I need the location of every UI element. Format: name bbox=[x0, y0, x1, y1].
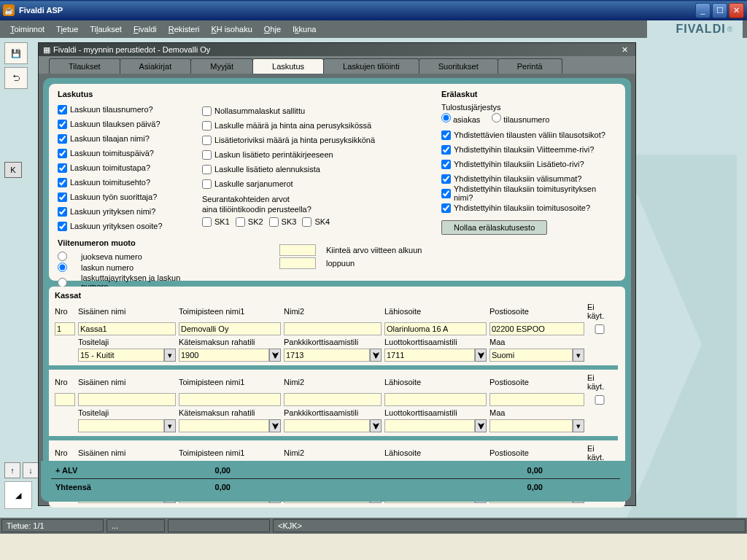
dropdown-icon[interactable]: ▾ bbox=[164, 349, 176, 362]
tab-myyjat[interactable]: Myyjät bbox=[190, 58, 253, 74]
kat-input[interactable] bbox=[179, 349, 269, 362]
stepper-icon[interactable]: ⮟ bbox=[475, 349, 487, 362]
maa-input[interactable] bbox=[489, 419, 573, 432]
luotto-input[interactable] bbox=[384, 349, 475, 362]
down-button[interactable]: ↓ bbox=[23, 462, 39, 478]
tab-laskujen-tiliointi[interactable]: Laskujen tiliöinti bbox=[323, 58, 419, 74]
lahi-input[interactable] bbox=[384, 322, 487, 335]
stepper-icon[interactable]: ⮟ bbox=[370, 349, 382, 362]
chk-sk4[interactable] bbox=[302, 217, 311, 227]
minimize-button[interactable]: _ bbox=[695, 3, 711, 18]
up-button[interactable]: ↑ bbox=[4, 462, 20, 478]
stepper-icon[interactable]: ⮟ bbox=[475, 419, 487, 432]
status-dots: ... bbox=[107, 519, 165, 532]
stepper-icon[interactable]: ⮟ bbox=[269, 349, 281, 362]
chk-mid-5[interactable] bbox=[202, 179, 212, 189]
tab-laskutus[interactable]: Laskutus bbox=[252, 58, 324, 74]
radio-laskun-numero[interactable] bbox=[58, 262, 67, 272]
menu-ohje[interactable]: Ohje bbox=[258, 23, 287, 36]
chk-mid-1[interactable] bbox=[202, 121, 212, 131]
viite-alku-input[interactable] bbox=[279, 244, 316, 256]
pankki-input[interactable] bbox=[284, 349, 370, 362]
chk-left-6[interactable] bbox=[58, 192, 67, 202]
back-icon[interactable]: ⮌ bbox=[4, 67, 28, 89]
posti-input[interactable] bbox=[489, 322, 584, 335]
posti-input[interactable] bbox=[489, 393, 584, 406]
menu-tietue[interactable]: Tietue bbox=[50, 23, 84, 36]
chk-era-2[interactable] bbox=[441, 160, 451, 169]
toimi-input[interactable] bbox=[179, 393, 281, 406]
seurantakohteet-label2: aina tiliöintikoodin perusteella? bbox=[202, 205, 428, 214]
chk-left-2[interactable] bbox=[58, 134, 67, 144]
maa-input[interactable] bbox=[489, 349, 573, 362]
status-tietue: Tietue: 1/1 bbox=[1, 519, 104, 532]
save-icon[interactable]: 💾 bbox=[4, 42, 28, 64]
menu-rekisteri[interactable]: Rekisteri bbox=[163, 23, 206, 36]
menu-toiminnot[interactable]: Toiminnot bbox=[4, 23, 50, 36]
viite-loppu-input[interactable] bbox=[279, 257, 316, 269]
dropdown-icon[interactable]: ▾ bbox=[573, 349, 584, 362]
main-panel: Laskutus Laskuun tilausnumero?Laskuun ti… bbox=[43, 78, 631, 501]
chk-era-1[interactable] bbox=[441, 145, 451, 155]
toimi-input[interactable] bbox=[179, 322, 281, 335]
chk-sk3[interactable] bbox=[269, 217, 279, 227]
close-button[interactable]: ✕ bbox=[729, 3, 744, 18]
eikayt-check[interactable] bbox=[587, 324, 612, 334]
nimi2-input[interactable] bbox=[284, 322, 382, 335]
dropdown-icon[interactable]: ▾ bbox=[573, 419, 584, 432]
chk-left-4[interactable] bbox=[58, 163, 67, 173]
sisainen-input[interactable] bbox=[78, 322, 176, 335]
tab-perinta[interactable]: Perintä bbox=[498, 58, 562, 74]
chk-era-0[interactable] bbox=[441, 131, 451, 140]
tositelaji-input[interactable] bbox=[78, 349, 164, 362]
radio-juokseva[interactable] bbox=[58, 252, 67, 261]
chk-era-3[interactable] bbox=[441, 174, 451, 184]
menu-fivaldi[interactable]: Fivaldi bbox=[128, 23, 163, 36]
menu-tilaukset[interactable]: Tilaukset bbox=[84, 23, 128, 36]
chk-left-8[interactable] bbox=[58, 222, 67, 231]
tab-suoritukset[interactable]: Suoritukset bbox=[419, 58, 498, 74]
chk-mid-0[interactable] bbox=[202, 106, 212, 116]
status-user: <KJK> bbox=[273, 519, 746, 532]
chk-era-5[interactable] bbox=[441, 203, 451, 213]
menu-ikkuna[interactable]: Ikkuna bbox=[287, 23, 322, 36]
chk-left-1[interactable] bbox=[58, 120, 67, 129]
chk-left-0[interactable] bbox=[58, 105, 67, 114]
k-button[interactable]: K bbox=[4, 162, 22, 178]
nro-input[interactable] bbox=[55, 393, 75, 406]
menu-khisohaku[interactable]: KH isohaku bbox=[206, 23, 258, 36]
tab-asiakirjat[interactable]: Asiakirjat bbox=[120, 58, 192, 74]
chk-era-4[interactable] bbox=[441, 189, 451, 198]
lahi-input[interactable] bbox=[384, 393, 487, 406]
nro-input[interactable] bbox=[55, 322, 75, 335]
laskutus-column: Laskutus Laskuun tilausnumero?Laskuun ti… bbox=[58, 90, 189, 275]
luotto-input[interactable] bbox=[384, 419, 475, 432]
nimi2-input[interactable] bbox=[284, 393, 382, 406]
chk-left-3[interactable] bbox=[58, 149, 67, 158]
subwindow-close-icon[interactable]: ✕ bbox=[619, 45, 631, 55]
chk-left-5[interactable] bbox=[58, 178, 67, 187]
radio-asiakas[interactable] bbox=[441, 113, 451, 122]
java-icon: ☕ bbox=[3, 4, 15, 16]
chk-mid-2[interactable] bbox=[202, 136, 212, 145]
dropdown-icon[interactable]: ▾ bbox=[164, 419, 176, 432]
chk-mid-3[interactable] bbox=[202, 150, 212, 160]
kat-input[interactable] bbox=[179, 419, 269, 432]
left-toolbar: 💾 ⮌ K ↑ ↓ ◢ bbox=[4, 42, 35, 509]
summary-bar: + ALV0,000,00 Yhteensä0,000,00 bbox=[41, 461, 630, 502]
tab-tilaukset[interactable]: Tilaukset bbox=[49, 58, 120, 74]
chk-sk1[interactable] bbox=[202, 217, 212, 227]
stepper-icon[interactable]: ⮟ bbox=[269, 419, 281, 432]
radio-tilausnumero[interactable] bbox=[492, 113, 501, 122]
maximize-button[interactable]: ☐ bbox=[712, 3, 727, 18]
sisainen-input[interactable] bbox=[78, 393, 176, 406]
chk-left-7[interactable] bbox=[58, 207, 67, 217]
stepper-icon[interactable]: ⮟ bbox=[370, 419, 382, 432]
radio-laskuttaja[interactable] bbox=[58, 278, 67, 287]
chk-mid-4[interactable] bbox=[202, 165, 212, 174]
tositelaji-input[interactable] bbox=[78, 419, 164, 432]
eikayt-check[interactable] bbox=[587, 395, 612, 405]
pankki-input[interactable] bbox=[284, 419, 370, 432]
nollaa-button[interactable]: Nollaa erälaskutusesto bbox=[441, 220, 547, 235]
chk-sk2[interactable] bbox=[236, 217, 245, 227]
